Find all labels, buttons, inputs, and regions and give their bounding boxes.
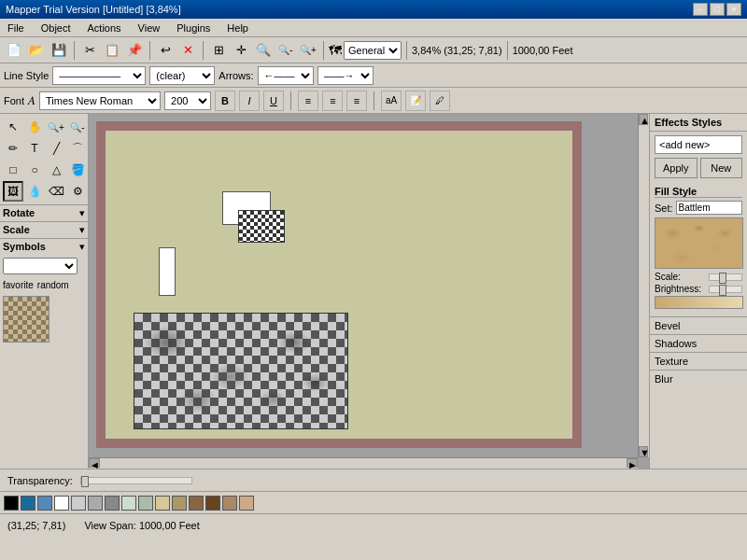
align-left-button[interactable]: ≡ (298, 91, 318, 111)
shape-tall-white[interactable] (159, 247, 176, 296)
tool-curve[interactable]: ⌒ (67, 138, 88, 159)
font-size-select[interactable]: 200 100 150 300 (164, 91, 211, 110)
move-button[interactable]: ✛ (231, 40, 251, 61)
canvas-area[interactable]: ▲ ▼ ◄ ► (89, 114, 649, 469)
underline-button[interactable]: U (263, 91, 284, 111)
scale-collapse[interactable]: ▾ (79, 224, 85, 236)
tool-extra[interactable]: ⚙ (67, 181, 88, 202)
new-file-button[interactable]: 📄 (4, 40, 24, 61)
text-format-btn1[interactable]: aA (381, 91, 402, 111)
palette-blue2[interactable] (37, 496, 52, 511)
set-value[interactable]: Battlem (676, 201, 742, 215)
open-button[interactable]: 📂 (26, 40, 47, 61)
palette-tan2[interactable] (172, 496, 187, 511)
maximize-button[interactable]: □ (710, 3, 725, 16)
apply-button[interactable]: Apply (655, 158, 698, 178)
shadows-item[interactable]: Shadows (655, 337, 742, 350)
delete-button[interactable]: ✕ (177, 40, 198, 61)
scale-slider[interactable] (709, 273, 742, 281)
grid-button[interactable]: ⊞ (208, 40, 229, 61)
bevel-item[interactable]: Bevel (655, 319, 742, 332)
tool-hand[interactable]: ✋ (24, 117, 45, 137)
palette-green2[interactable] (138, 496, 153, 511)
tool-ellipse[interactable]: ○ (24, 160, 45, 180)
add-new-dropdown[interactable]: <add new> (655, 135, 742, 154)
palette-tan1[interactable] (155, 496, 170, 511)
align-center-button[interactable]: ≡ (322, 91, 343, 111)
palette-brown2[interactable] (205, 496, 220, 511)
scale-header[interactable]: Scale ▾ (3, 224, 85, 236)
palette-blue1[interactable] (21, 496, 35, 511)
rotate-collapse[interactable]: ▾ (79, 207, 85, 219)
close-button[interactable]: × (726, 3, 741, 16)
tool-line[interactable]: ╱ (46, 138, 66, 159)
menu-actions[interactable]: Actions (84, 21, 125, 35)
palette-white[interactable] (54, 496, 69, 511)
rotate-header[interactable]: Rotate ▾ (3, 207, 85, 219)
blur-item[interactable]: Blur (655, 372, 742, 385)
fill-preview[interactable] (655, 217, 743, 269)
vscroll-up[interactable]: ▲ (639, 114, 648, 125)
line-clear-select[interactable]: (clear) (149, 66, 215, 85)
arrow-left-select[interactable]: ←—— —— (258, 66, 314, 85)
menu-object[interactable]: Object (37, 21, 75, 35)
new-button[interactable]: New (700, 158, 743, 178)
transparency-slider[interactable] (80, 477, 192, 484)
palette-black[interactable] (4, 496, 19, 511)
view-dropdown[interactable]: General (344, 41, 402, 60)
menu-file[interactable]: File (4, 21, 28, 35)
tool-pointer[interactable]: ↖ (3, 117, 23, 137)
palette-green1[interactable] (121, 496, 136, 511)
tool-rect[interactable]: □ (3, 160, 23, 180)
transparency-thumb[interactable] (81, 476, 89, 487)
paste-button[interactable]: 📌 (124, 40, 145, 61)
menu-help[interactable]: Help (223, 21, 252, 35)
palette-brown1[interactable] (189, 496, 204, 511)
text-format-btn2[interactable]: 📝 (405, 91, 426, 111)
undo-button[interactable]: ↩ (155, 40, 176, 61)
tool-pen[interactable]: ✏ (3, 138, 23, 159)
vscroll-down[interactable]: ▼ (639, 446, 648, 457)
line-style-select[interactable]: —————— - - - - - ····· (52, 66, 146, 85)
minimize-button[interactable]: − (693, 3, 708, 16)
palette-beige2[interactable] (239, 496, 254, 511)
hscroll-right[interactable]: ► (627, 458, 638, 468)
arrow-right-select[interactable]: ——→ —— (317, 66, 374, 85)
zoom-btn1[interactable]: 🔍 (253, 40, 274, 61)
shape-checker-large[interactable] (134, 313, 348, 429)
symbols-collapse[interactable]: ▾ (79, 241, 85, 253)
tool-fill[interactable]: 🪣 (67, 160, 88, 180)
menu-view[interactable]: View (134, 21, 164, 35)
italic-button[interactable]: I (239, 91, 260, 111)
menu-plugins[interactable]: Plugins (173, 21, 214, 35)
tool-zoom-out[interactable]: 🔍- (67, 117, 88, 137)
horizontal-scrollbar[interactable]: ◄ ► (89, 457, 638, 469)
brightness-slider[interactable] (709, 286, 742, 293)
palette-gray1[interactable] (71, 496, 86, 511)
zoom-btn2[interactable]: 🔍- (275, 40, 296, 61)
zoom-btn3[interactable]: 🔍+ (298, 40, 318, 61)
shape-checker-small[interactable] (238, 210, 285, 243)
palette-gray3[interactable] (105, 496, 120, 511)
tool-polygon[interactable]: △ (46, 160, 66, 180)
font-name-select[interactable]: Times New Roman Arial Helvetica (39, 91, 161, 110)
palette-gray2[interactable] (88, 496, 103, 511)
palette-beige1[interactable] (222, 496, 237, 511)
scale-slider-thumb[interactable] (719, 273, 726, 284)
copy-button[interactable]: 📋 (102, 40, 122, 61)
symbols-header[interactable]: Symbols ▾ (3, 241, 85, 253)
vertical-scrollbar[interactable]: ▲ ▼ (638, 114, 649, 457)
tool-text[interactable]: T (24, 138, 45, 159)
save-button[interactable]: 💾 (49, 40, 69, 61)
texture-item[interactable]: Texture (655, 355, 742, 368)
text-format-btn3[interactable]: 🖊 (430, 91, 450, 111)
hscroll-left[interactable]: ◄ (89, 458, 100, 468)
bold-button[interactable]: B (215, 91, 235, 111)
tool-zoom-in[interactable]: 🔍+ (46, 117, 66, 137)
cut-button[interactable]: ✂ (79, 40, 100, 61)
align-right-button[interactable]: ≡ (346, 91, 367, 111)
tool-image[interactable]: 🖼 (3, 181, 23, 202)
tool-eraser[interactable]: ⌫ (46, 181, 66, 202)
color-rect[interactable] (655, 296, 743, 309)
brightness-slider-thumb[interactable] (719, 285, 726, 296)
